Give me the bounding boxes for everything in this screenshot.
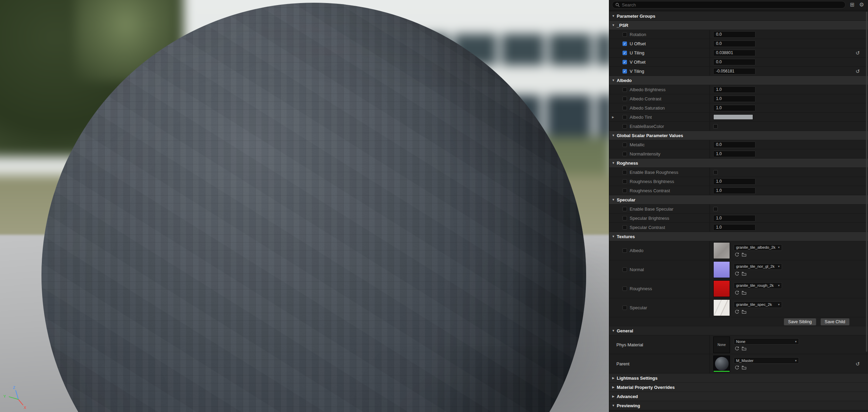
- value-field[interactable]: -0.056181: [713, 68, 755, 75]
- section-header-lightmass-settings[interactable]: ▶Lightmass Settings: [609, 374, 868, 383]
- value-field[interactable]: 1.0: [713, 151, 755, 157]
- override-checkbox[interactable]: [623, 248, 627, 253]
- asset-thumbnail[interactable]: None: [713, 336, 730, 353]
- override-checkbox[interactable]: [623, 152, 627, 156]
- asset-dropdown[interactable]: granite_tile_albedo_2k▾: [734, 244, 782, 251]
- value-checkbox[interactable]: [713, 207, 718, 211]
- use-selected-asset-icon[interactable]: [734, 309, 739, 314]
- value-checkbox[interactable]: [713, 170, 718, 175]
- view-options-icon[interactable]: ⊞: [849, 2, 855, 7]
- value-field[interactable]: 0.038801: [713, 50, 755, 56]
- override-checkbox[interactable]: [623, 170, 627, 175]
- group-header-specular[interactable]: ▼Specular: [609, 195, 868, 204]
- group-header-psr[interactable]: ▼_PSR: [609, 21, 868, 30]
- browse-to-asset-icon[interactable]: [742, 290, 747, 295]
- use-selected-asset-icon[interactable]: [734, 346, 739, 351]
- asset-dropdown[interactable]: granite_tile_spec_2k▾: [734, 301, 782, 308]
- use-selected-asset-icon[interactable]: [734, 365, 739, 370]
- override-checkbox[interactable]: ✓: [623, 60, 627, 64]
- override-checkbox[interactable]: [623, 207, 627, 211]
- override-checkbox[interactable]: [623, 188, 627, 193]
- use-selected-asset-icon[interactable]: [734, 290, 739, 295]
- asset-name: granite_tile_spec_2k: [736, 302, 777, 307]
- previewing-header[interactable]: ▼Previewing: [609, 401, 868, 410]
- section-header-material-property-overrides[interactable]: ▶Material Property Overrides: [609, 383, 868, 392]
- override-checkbox[interactable]: [623, 216, 627, 220]
- general-header[interactable]: ▼General: [609, 326, 868, 335]
- viewport-3d[interactable]: Z Y X: [0, 0, 609, 412]
- group-header-roghness[interactable]: ▼Roghness: [609, 159, 868, 168]
- browse-to-asset-icon[interactable]: [742, 365, 747, 370]
- param-row-rotation: Rotation0.0: [609, 30, 868, 39]
- section-label: Material Property Overrides: [617, 385, 675, 390]
- asset-thumbnail[interactable]: [713, 356, 730, 372]
- override-checkbox[interactable]: ✓: [623, 69, 627, 73]
- save-child-button[interactable]: Save Child: [820, 318, 850, 326]
- override-checkbox[interactable]: [623, 106, 627, 110]
- color-swatch[interactable]: [713, 114, 753, 120]
- search-input[interactable]: [622, 2, 842, 7]
- value-field[interactable]: 0.0: [713, 40, 755, 47]
- group-header-textures[interactable]: ▼Textures: [609, 232, 868, 241]
- override-checkbox[interactable]: ✓: [623, 42, 627, 46]
- expand-arrow-icon[interactable]: ▶: [612, 116, 614, 119]
- browse-to-asset-icon[interactable]: [742, 309, 747, 314]
- use-selected-asset-icon[interactable]: [734, 271, 739, 276]
- param-label: U Offset: [630, 41, 646, 46]
- param-row-metallic: Metallic0.0: [609, 140, 868, 149]
- value-field[interactable]: 1.0: [713, 96, 755, 102]
- override-checkbox[interactable]: [623, 115, 627, 119]
- override-checkbox[interactable]: [623, 306, 627, 310]
- search-box[interactable]: [612, 1, 846, 9]
- override-checkbox[interactable]: [623, 124, 627, 129]
- value-field[interactable]: 0.0: [713, 31, 755, 38]
- override-checkbox[interactable]: [623, 267, 627, 272]
- override-checkbox[interactable]: [623, 225, 627, 230]
- param-label: Metallic: [630, 142, 645, 147]
- override-checkbox[interactable]: [623, 87, 627, 92]
- value-field[interactable]: 0.0: [713, 142, 755, 148]
- group-header-global-scalar-parameter-values[interactable]: ▼Global Scalar Parameter Values: [609, 131, 868, 140]
- axis-y-label: Y: [3, 394, 6, 398]
- value-field[interactable]: 1.0: [713, 215, 755, 221]
- texture-thumbnail[interactable]: [713, 299, 730, 316]
- reset-to-default-icon[interactable]: ↺: [855, 50, 860, 55]
- reset-to-default-icon[interactable]: ↺: [855, 69, 860, 74]
- value-checkbox[interactable]: [713, 124, 718, 129]
- asset-dropdown[interactable]: granite_tile_rough_2k▾: [734, 282, 782, 289]
- override-checkbox[interactable]: [623, 143, 627, 147]
- browse-to-asset-icon[interactable]: [742, 271, 747, 276]
- reset-to-default-icon[interactable]: ↺: [855, 361, 860, 366]
- param-row-normalintensity: NormalIntensity1.0: [609, 149, 868, 159]
- asset-dropdown[interactable]: None▾: [734, 338, 799, 345]
- asset-dropdown[interactable]: M_Master▾: [734, 357, 799, 364]
- override-checkbox[interactable]: ✓: [623, 51, 627, 55]
- save-sibling-button[interactable]: Save Sibling: [784, 318, 816, 326]
- override-checkbox[interactable]: [623, 179, 627, 184]
- browse-to-asset-icon[interactable]: [742, 346, 747, 351]
- value-field[interactable]: 1.0: [713, 178, 755, 185]
- override-checkbox[interactable]: [623, 32, 627, 37]
- value-field[interactable]: 0.0: [713, 59, 755, 65]
- texture-thumbnail[interactable]: [713, 242, 730, 259]
- settings-gear-icon[interactable]: ⚙: [858, 2, 865, 7]
- override-checkbox[interactable]: [623, 286, 627, 291]
- section-label: General: [617, 328, 633, 333]
- collapse-arrow-icon: ▼: [611, 161, 616, 165]
- value-field[interactable]: 1.0: [713, 187, 755, 194]
- group-header-albedo[interactable]: ▼Albedo: [609, 76, 868, 85]
- value-field[interactable]: 1.0: [713, 86, 755, 93]
- search-icon: [615, 3, 620, 7]
- override-checkbox[interactable]: [623, 97, 627, 101]
- asset-dropdown[interactable]: granite_tile_nor_gl_2k▾: [734, 263, 782, 270]
- parameter-groups-header[interactable]: ▼Parameter Groups: [609, 12, 868, 21]
- value-field[interactable]: 1.0: [713, 105, 755, 111]
- texture-thumbnail[interactable]: [713, 280, 730, 297]
- texture-thumbnail[interactable]: [713, 261, 730, 278]
- browse-to-asset-icon[interactable]: [742, 252, 747, 257]
- value-field[interactable]: 1.0: [713, 224, 755, 231]
- section-header-advanced[interactable]: ▶Advanced: [609, 392, 868, 401]
- use-selected-asset-icon[interactable]: [734, 252, 739, 257]
- param-label: Albedo Contrast: [630, 96, 661, 101]
- details-toolbar: ⊞ ⚙: [609, 0, 868, 10]
